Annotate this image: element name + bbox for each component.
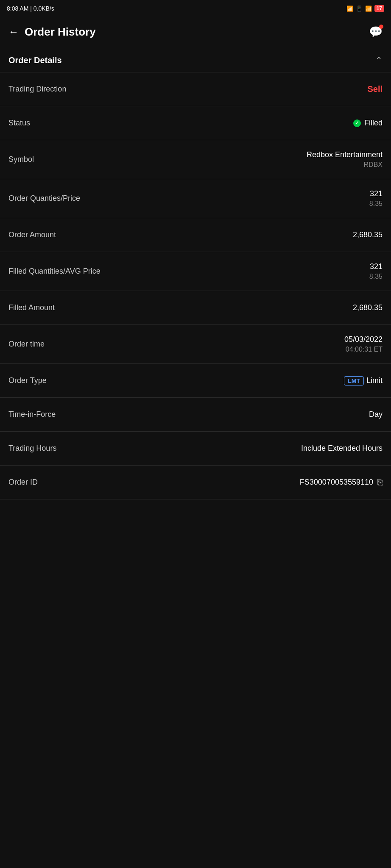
order-qty: 321 xyxy=(370,189,383,198)
symbol-row: Symbol Redbox Entertainment RDBX xyxy=(0,140,391,179)
status-label: Status xyxy=(8,119,30,128)
filled-amount-row: Filled Amount 2,680.35 xyxy=(0,291,391,325)
bluetooth-icon: 📶 xyxy=(346,6,353,12)
filled-amount-label: Filled Amount xyxy=(8,303,55,312)
status-value: Filled xyxy=(353,119,383,128)
trading-hours-label: Trading Hours xyxy=(8,444,56,453)
order-type-value: LMT Limit xyxy=(344,376,383,385)
order-type-label: Order Type xyxy=(8,376,47,385)
trading-hours-row: Trading Hours Include Extended Hours xyxy=(0,432,391,466)
time-in-force-label: Time-in-Force xyxy=(8,410,56,419)
battery-label: 17 xyxy=(374,5,384,12)
order-amount-row: Order Amount 2,680.35 xyxy=(0,218,391,252)
trading-hours-value: Include Extended Hours xyxy=(301,444,383,453)
order-id-text: FS300070053559110 xyxy=(300,478,373,487)
symbol-label: Symbol xyxy=(8,155,34,164)
filled-qty-price-row: Filled Quantities/AVG Price 321 8.35 xyxy=(0,252,391,291)
order-date: 05/03/2022 xyxy=(344,335,383,344)
header: ← Order History 💬 xyxy=(0,17,391,47)
status-time: 8:08 AM | 0.0KB/s xyxy=(7,5,54,12)
header-right: 💬 xyxy=(369,25,383,39)
filled-qty-price-value: 321 8.35 xyxy=(369,262,383,280)
order-time-value: 05/03/2022 04:00:31 ET xyxy=(344,335,383,353)
status-icons: 📶 📱 📶 17 xyxy=(346,5,384,12)
time-in-force-value: Day xyxy=(369,410,383,419)
trading-direction-row: Trading Direction Sell xyxy=(0,72,391,106)
order-id-value: FS300070053559110 ⎘ xyxy=(300,477,383,487)
status-bar: 8:08 AM | 0.0KB/s 📶 📱 📶 17 xyxy=(0,0,391,17)
filled-qty: 321 xyxy=(370,262,383,271)
order-qty-price-row: Order Quanties/Price 321 8.35 xyxy=(0,179,391,218)
notification-dot xyxy=(379,25,383,29)
section-title: Order Details xyxy=(8,55,62,65)
filled-price: 8.35 xyxy=(369,273,383,280)
chevron-up-icon: ⌃ xyxy=(375,55,383,65)
order-type-row: Order Type LMT Limit xyxy=(0,364,391,398)
order-time-row: Order time 05/03/2022 04:00:31 ET xyxy=(0,325,391,364)
page-title: Order History xyxy=(25,25,96,39)
section-header[interactable]: Order Details ⌃ xyxy=(0,47,391,72)
filled-qty-price-label: Filled Quantities/AVG Price xyxy=(8,267,101,276)
signal-icon: 📶 xyxy=(365,6,372,12)
order-type-badge: LMT xyxy=(344,376,364,385)
status-text: Filled xyxy=(364,119,383,128)
order-type-text: Limit xyxy=(366,376,383,385)
order-qty-price-value: 321 8.35 xyxy=(369,189,383,208)
symbol-name: Redbox Entertainment xyxy=(307,150,383,159)
order-id-row: Order ID FS300070053559110 ⎘ xyxy=(0,466,391,499)
trading-direction-label: Trading Direction xyxy=(8,85,66,94)
symbol-ticker: RDBX xyxy=(364,161,383,169)
back-button[interactable]: ← xyxy=(8,26,19,38)
symbol-value: Redbox Entertainment RDBX xyxy=(307,150,383,169)
filled-amount-value: 2,680.35 xyxy=(353,303,383,312)
order-qty-price-label: Order Quanties/Price xyxy=(8,194,80,203)
header-left: ← Order History xyxy=(8,25,96,39)
order-time-label: Order time xyxy=(8,340,45,349)
order-amount-value: 2,680.35 xyxy=(353,230,383,239)
wifi-icon: 📱 xyxy=(356,6,363,12)
order-amount-label: Order Amount xyxy=(8,230,56,239)
time-in-force-row: Time-in-Force Day xyxy=(0,398,391,432)
status-row: Status Filled xyxy=(0,106,391,140)
order-price: 8.35 xyxy=(369,200,383,208)
copy-icon[interactable]: ⎘ xyxy=(377,477,383,487)
trading-direction-value: Sell xyxy=(367,84,383,94)
order-id-label: Order ID xyxy=(8,478,38,487)
order-time-text: 04:00:31 ET xyxy=(346,346,383,353)
status-dot-icon xyxy=(353,119,361,127)
